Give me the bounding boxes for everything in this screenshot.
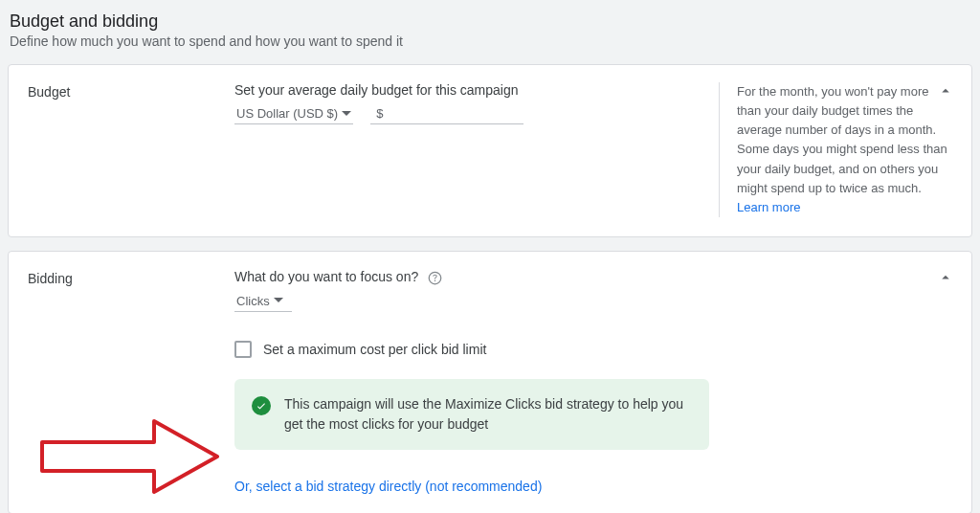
select-bid-strategy-link[interactable]: Or, select a bid strategy directly (not … <box>234 479 542 494</box>
currency-value: US Dollar (USD $) <box>236 106 338 121</box>
banner-pre: This campaign will use the <box>284 396 445 412</box>
strategy-banner: This campaign will use the Maximize Clic… <box>234 379 709 450</box>
max-cpc-label: Set a maximum cost per click bid limit <box>263 342 486 357</box>
budget-heading: Set your average daily budget for this c… <box>234 82 711 98</box>
learn-more-link[interactable]: Learn more <box>737 200 800 214</box>
focus-select[interactable]: Clicks <box>234 291 292 312</box>
bidding-label: Bidding <box>28 269 234 286</box>
currency-select[interactable]: US Dollar (USD $) <box>234 103 353 124</box>
page-subtitle: Define how much you want to spend and ho… <box>10 33 970 49</box>
chevron-down-icon <box>342 109 351 119</box>
collapse-bidding-icon[interactable] <box>937 269 954 286</box>
check-circle-icon <box>252 396 271 415</box>
bidding-heading: What do you want to focus on? <box>234 269 945 285</box>
page-title: Budget and bidding <box>10 11 970 32</box>
chevron-down-icon <box>274 296 283 305</box>
budget-label: Budget <box>28 82 234 100</box>
budget-amount-input[interactable]: $ <box>370 103 523 124</box>
currency-symbol: $ <box>376 106 383 121</box>
help-icon[interactable] <box>428 271 442 285</box>
budget-side-help: For the month, you won't pay more than y… <box>719 82 952 217</box>
focus-value: Clicks <box>236 294 270 308</box>
banner-bold: Maximize Clicks <box>445 396 541 412</box>
max-cpc-checkbox[interactable] <box>234 341 252 358</box>
collapse-budget-icon[interactable] <box>937 82 954 100</box>
bidding-card: Bidding What do you want to focus on? Cl… <box>8 251 972 513</box>
budget-card: Budget Set your average daily budget for… <box>8 64 972 237</box>
